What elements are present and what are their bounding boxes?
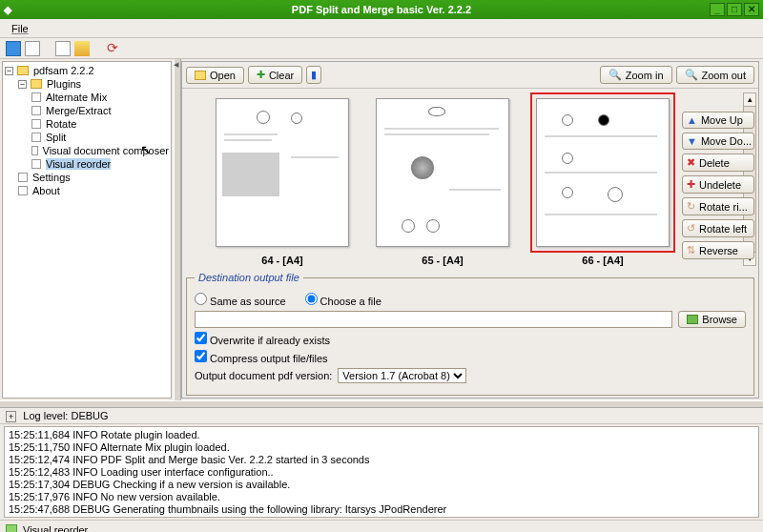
log-line: 15:25:11,750 INFO Alternate Mix plugin l… xyxy=(9,441,754,454)
app-icon: ◆ xyxy=(4,4,11,16)
folder-open-icon xyxy=(195,71,206,80)
browse-button[interactable]: Browse xyxy=(678,311,746,328)
destination-path-input[interactable] xyxy=(195,311,672,328)
book-icon: ▮ xyxy=(311,69,317,81)
tree-item-merge-extract[interactable]: Merge/Extract xyxy=(5,104,169,117)
thumb-65[interactable]: 65 - [A4] xyxy=(369,98,516,266)
reverse-button[interactable]: ⇅Reverse xyxy=(682,241,754,259)
status-text: Visual reorder xyxy=(23,524,88,533)
undelete-icon: ✚ xyxy=(687,178,695,191)
thumb-label: 65 - [A4] xyxy=(422,255,463,266)
save-log-icon[interactable] xyxy=(25,41,40,56)
destination-group: Destination output file Same as source C… xyxy=(186,272,754,396)
viewer-button[interactable]: ▮ xyxy=(306,66,321,84)
menubar: File xyxy=(0,19,763,38)
clear-button[interactable]: ✚Clear xyxy=(248,66,302,84)
page-icon xyxy=(31,106,41,115)
undelete-button[interactable]: ✚Undelete xyxy=(682,175,754,194)
log-level-label: Log level: DEBUG xyxy=(23,410,108,421)
reverse-icon: ⇅ xyxy=(687,244,695,256)
statusbar: Visual reorder xyxy=(0,520,763,532)
thumb-64[interactable]: 64 - [A4] xyxy=(209,98,356,266)
page-icon xyxy=(31,133,41,142)
same-source-radio[interactable]: Same as source xyxy=(195,293,286,307)
move-down-button[interactable]: ▼Move Do... xyxy=(682,133,754,150)
thumb-66[interactable]: 66 - [A4] xyxy=(529,98,676,266)
page-icon xyxy=(31,146,38,155)
thumbnail-strip: 64 - [A4] 65 - [A4] xyxy=(182,89,758,270)
tree-settings[interactable]: Settings xyxy=(5,171,169,184)
arrow-up-icon: ▲ xyxy=(687,114,697,126)
vertical-splitter[interactable] xyxy=(174,59,181,400)
log-line: 15:25:12,474 INFO PDF Split and Merge ba… xyxy=(9,454,754,466)
status-icon xyxy=(6,524,17,533)
log-level-bar: + Log level: DEBUG xyxy=(0,408,763,424)
pdf-version-select[interactable]: Version 1.7 (Acrobat 8) xyxy=(338,368,466,383)
save-icon[interactable] xyxy=(6,41,21,56)
delete-button[interactable]: ✖Delete xyxy=(682,153,754,172)
tree-root[interactable]: −pdfsam 2.2.2 xyxy=(5,64,169,77)
page-icon xyxy=(31,119,41,129)
page-icon xyxy=(31,92,41,102)
close-button[interactable]: ✕ xyxy=(744,3,759,16)
thumb-toolbar: Open ✚Clear ▮ 🔍Zoom in 🔍Zoom out xyxy=(182,62,758,89)
destination-legend: Destination output file xyxy=(195,272,303,283)
log-line: 15:26:22,208 DEBUG Thumbnails generated … xyxy=(9,516,754,518)
tree-plugins[interactable]: −Plugins xyxy=(5,77,169,91)
log-line: 15:25:12,483 INFO Loading user interface… xyxy=(9,466,754,479)
tree-item-split[interactable]: Split xyxy=(5,131,169,144)
window-title: PDF Split and Merge basic Ver. 2.2.2 xyxy=(292,4,471,15)
broom-icon: ✚ xyxy=(257,69,265,81)
log-view[interactable]: 15:25:11,684 INFO Rotate plugin loaded. … xyxy=(4,426,759,518)
arrow-down-icon: ▼ xyxy=(687,135,697,147)
page-icon xyxy=(18,186,28,195)
rotate-left-button[interactable]: ↺Rotate left xyxy=(682,219,754,237)
folder-icon xyxy=(31,79,42,89)
doc-icon[interactable] xyxy=(55,41,71,56)
choose-file-radio[interactable]: Choose a file xyxy=(305,293,382,307)
titlebar: ◆ PDF Split and Merge basic Ver. 2.2.2 _… xyxy=(0,0,763,19)
tree-item-rotate[interactable]: Rotate xyxy=(5,117,169,131)
exit-icon[interactable]: ⟳ xyxy=(105,41,120,56)
rotate-right-icon: ↻ xyxy=(687,200,695,213)
zoom-out-icon: 🔍 xyxy=(685,69,698,81)
reorder-actions: ▲Move Up ▼Move Do... ✖Delete ✚Undelete ↻… xyxy=(682,112,754,259)
rotate-right-button[interactable]: ↻Rotate ri... xyxy=(682,197,754,215)
zoom-in-icon: 🔍 xyxy=(608,69,622,81)
tree-item-visual-reorder[interactable]: Visual reorder xyxy=(5,157,169,171)
tree-item-visual-composer[interactable]: Visual document composer xyxy=(5,144,169,157)
minimize-button[interactable]: _ xyxy=(710,3,725,16)
sidebar-tree[interactable]: −pdfsam 2.2.2 −Plugins Alternate Mix Mer… xyxy=(2,61,172,399)
log-line: 15:25:17,976 INFO No new version availab… xyxy=(9,491,754,503)
menu-file[interactable]: File xyxy=(6,21,34,36)
maximize-button[interactable]: □ xyxy=(727,3,742,16)
overwrite-checkbox[interactable]: Overwrite if already exists xyxy=(195,332,330,346)
toolbar: ⟳ xyxy=(0,38,763,59)
thumb-label: 64 - [A4] xyxy=(261,255,302,266)
log-line: 15:25:17,304 DEBUG Checking if a new ver… xyxy=(9,479,754,491)
log-line: 15:25:47,688 DEBUG Generating thumbnails… xyxy=(9,503,754,516)
tree-item-alternate-mix[interactable]: Alternate Mix xyxy=(5,91,169,104)
tree-root-label: pdfsam 2.2.2 xyxy=(33,65,94,76)
rotate-left-icon: ↺ xyxy=(687,222,695,235)
folder-icon xyxy=(687,315,698,324)
scroll-up-icon[interactable]: ▴ xyxy=(744,93,755,107)
horizontal-splitter[interactable] xyxy=(0,400,763,408)
clear-icon[interactable] xyxy=(74,41,90,56)
delete-icon: ✖ xyxy=(687,156,695,169)
compress-checkbox[interactable]: Compress output file/files xyxy=(195,350,328,364)
open-button[interactable]: Open xyxy=(186,67,244,84)
folder-icon xyxy=(17,66,29,75)
pdf-version-label: Output document pdf version: xyxy=(195,370,332,381)
log-line: 15:25:11,684 INFO Rotate plugin loaded. xyxy=(9,429,754,441)
tree-about[interactable]: About xyxy=(5,184,169,197)
thumb-label: 66 - [A4] xyxy=(582,255,623,266)
page-icon xyxy=(18,173,28,182)
page-icon xyxy=(31,159,41,169)
move-up-button[interactable]: ▲Move Up xyxy=(682,112,754,129)
zoom-in-button[interactable]: 🔍Zoom in xyxy=(600,66,672,84)
zoom-out-button[interactable]: 🔍Zoom out xyxy=(676,66,754,84)
expand-icon[interactable]: + xyxy=(6,411,16,422)
tree-plugins-label: Plugins xyxy=(47,78,81,90)
